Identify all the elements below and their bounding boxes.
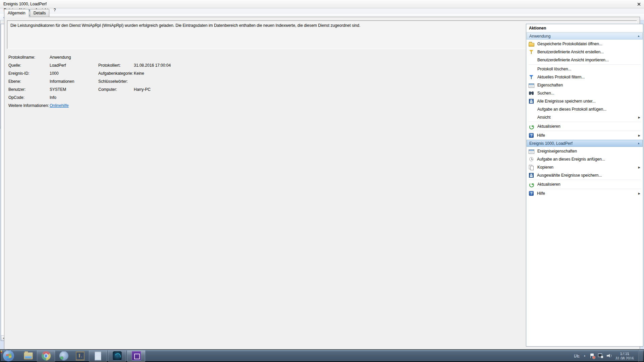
no-icon	[529, 107, 534, 112]
taskbar: DE ▲ x 17:31 31.08.2016	[0, 349, 644, 362]
action-ausgewählte-ereignisse-speichern[interactable]: Ausgewählte Ereignisse speichern...	[526, 171, 643, 179]
help-icon	[529, 191, 534, 196]
no-icon	[529, 66, 534, 72]
submenu-arrow-icon: ▶	[638, 166, 640, 169]
taskbar-button-event-viewer[interactable]	[89, 350, 107, 362]
network-icon[interactable]	[598, 354, 603, 358]
action-section-anwendung[interactable]: Anwendung▲	[527, 33, 643, 40]
action-hilfe[interactable]: Hilfe▶	[526, 189, 643, 197]
action-hilfe[interactable]: Hilfe▶	[526, 131, 643, 139]
details-title-bar: Ereignis 1000, LoadPerf	[0, 0, 644, 8]
submenu-arrow-icon: ▶	[638, 134, 640, 137]
actions-pane: Aktionen Anwendung▲Gespeicherte Protokol…	[526, 24, 643, 347]
action-separator	[529, 180, 641, 180]
desktop: Ereignisanzeige DateiAktionAnsicht? ← → …	[0, 0, 644, 362]
refresh-icon	[529, 124, 534, 129]
action-alle-ereignisse-speichern-unter[interactable]: Alle Ereignisse speichern unter...	[526, 97, 643, 105]
close-details-icon[interactable]	[637, 2, 641, 6]
action-aktualisieren[interactable]: Aktualisieren	[526, 122, 643, 130]
action-benutzerdefinierte-ansicht-importieren[interactable]: Benutzerdefinierte Ansicht importieren..…	[526, 56, 643, 64]
action-separator	[529, 122, 641, 122]
folder-open-icon	[529, 43, 534, 47]
submenu-arrow-icon: ▶	[638, 116, 640, 119]
tab-allgemein[interactable]: Allgemein	[4, 9, 29, 17]
details-title: Ereignis 1000, LoadPerf	[3, 2, 47, 6]
no-icon	[529, 115, 534, 120]
taskbar-apps	[20, 350, 146, 362]
properties-icon	[529, 149, 534, 154]
action-aufgabe-an-dieses-ereignis-anfügen[interactable]: Aufgabe an dieses Ereignis anfügen...	[526, 155, 643, 163]
properties-icon	[529, 83, 534, 88]
actions-title: Aktionen	[526, 24, 643, 32]
action-section-ereignis-1000-loadperf[interactable]: Ereignis 1000, LoadPerf▲	[527, 140, 643, 147]
tab-details[interactable]: Details	[30, 9, 50, 17]
help-icon	[529, 133, 534, 138]
collapse-section-icon[interactable]: ▲	[637, 35, 640, 38]
action-suchen[interactable]: Suchen...	[526, 89, 643, 97]
action-eigenschaften[interactable]: Eigenschaften	[526, 81, 643, 89]
filter-yellow-icon	[529, 49, 534, 55]
details-tabs: Allgemein Details	[4, 9, 50, 17]
action-ereigniseigenschaften[interactable]: Ereigniseigenschaften	[526, 147, 643, 155]
online-help-link[interactable]: Onlinehilfe	[50, 103, 98, 109]
cpu-chip-icon	[132, 351, 141, 360]
event-details-pane: Ereignis 1000, LoadPerf Allgemein Detail…	[0, 0, 455, 128]
save-icon	[529, 99, 534, 104]
refresh-icon	[529, 182, 534, 187]
action-ansicht[interactable]: Ansicht▶	[526, 113, 643, 121]
task-icon	[529, 157, 533, 161]
action-gespeicherte-protokolldatei-öffnen[interactable]: Gespeicherte Protokolldatei öffnen...	[526, 40, 643, 48]
filter-blue-icon	[529, 74, 534, 80]
submenu-arrow-icon: ▶	[638, 192, 640, 195]
event-viewer-icon	[95, 352, 101, 360]
synapse-icon	[113, 351, 122, 360]
action-benutzerdefinierte-ansicht-erstellen[interactable]: Benutzerdefinierte Ansicht erstellen...	[526, 48, 643, 56]
action-aktuelles-protokoll-filtern[interactable]: Aktuelles Protokoll filtern...	[526, 73, 643, 81]
collapse-section-icon[interactable]: ▲	[637, 142, 640, 145]
action-protokoll-löschen[interactable]: Protokoll löschen...	[526, 65, 643, 73]
action-separator	[529, 64, 641, 65]
copy-icon	[529, 165, 534, 170]
binoculars-icon	[529, 90, 534, 96]
save-icon	[529, 173, 534, 178]
action-aktualisieren[interactable]: Aktualisieren	[526, 180, 643, 188]
action-separator	[529, 189, 641, 189]
action-aufgabe-an-dieses-protokoll-anfügen[interactable]: Aufgabe an dieses Protokoll anfügen...	[526, 105, 643, 113]
action-separator	[529, 131, 641, 131]
action-center-icon[interactable]: x	[590, 354, 594, 358]
no-icon	[529, 57, 534, 63]
action-kopieren[interactable]: Kopieren▶	[526, 163, 643, 171]
volume-icon[interactable]	[607, 354, 612, 358]
